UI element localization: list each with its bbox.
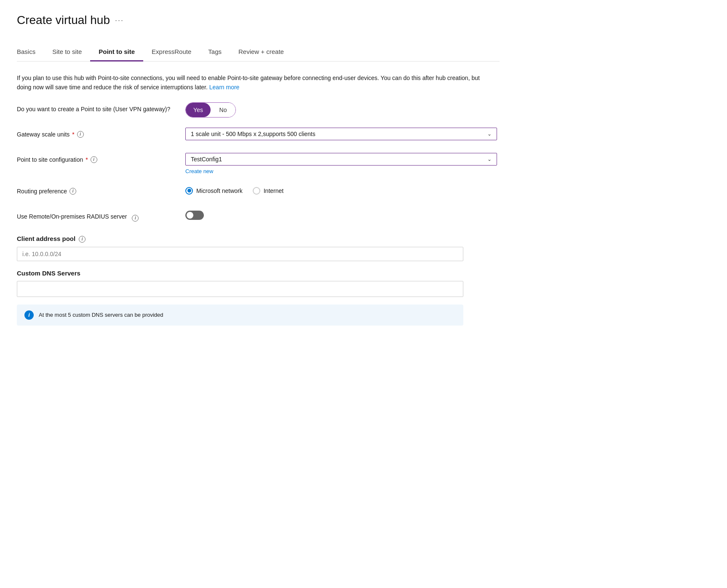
- radius-toggle[interactable]: [185, 211, 204, 220]
- radius-server-row: Use Remote/On-premises RADIUS server i: [17, 210, 500, 225]
- tab-site-to-site[interactable]: Site to site: [44, 44, 90, 61]
- custom-dns-input[interactable]: [17, 281, 463, 297]
- no-option[interactable]: No: [211, 103, 235, 117]
- radius-info-icon[interactable]: i: [132, 215, 139, 222]
- config-required-marker: *: [86, 155, 88, 164]
- internet-option[interactable]: Internet: [253, 187, 283, 195]
- routing-radio-group: Microsoft network Internet: [185, 184, 500, 195]
- client-address-pool-section: Client address pool i: [17, 235, 500, 261]
- point-to-site-config-label: Point to site configuration * i: [17, 153, 185, 164]
- create-new-link[interactable]: Create new: [185, 168, 213, 174]
- create-point-to-site-label: Do you want to create a Point to site (U…: [17, 102, 185, 114]
- internet-radio[interactable]: [253, 187, 260, 195]
- tab-point-to-site[interactable]: Point to site: [90, 44, 143, 61]
- point-to-site-config-row: Point to site configuration * i TestConf…: [17, 153, 500, 174]
- page-title: Create virtual hub: [17, 13, 110, 27]
- custom-dns-label: Custom DNS Servers: [17, 270, 500, 277]
- tab-tags[interactable]: Tags: [200, 44, 230, 61]
- point-to-site-config-control: TestConfig1 ⌄ Create new: [185, 153, 500, 174]
- dns-info-text: At the most 5 custom DNS servers can be …: [39, 312, 163, 318]
- tab-basics[interactable]: Basics: [17, 44, 44, 61]
- tab-bar: Basics Site to site Point to site Expres…: [17, 44, 500, 61]
- gateway-required-marker: *: [72, 130, 74, 139]
- config-info-icon[interactable]: i: [91, 156, 97, 163]
- dns-info-icon: i: [24, 310, 34, 320]
- microsoft-network-option[interactable]: Microsoft network: [185, 187, 243, 195]
- gateway-info-icon[interactable]: i: [77, 131, 84, 138]
- page-title-ellipsis: ···: [115, 16, 124, 25]
- custom-dns-section: Custom DNS Servers i At the most 5 custo…: [17, 270, 500, 326]
- routing-preference-control: Microsoft network Internet: [185, 184, 500, 195]
- description-text: If you plan to use this hub with Point-t…: [17, 73, 480, 92]
- yes-no-toggle[interactable]: Yes No: [185, 102, 236, 118]
- learn-more-link[interactable]: Learn more: [209, 84, 240, 91]
- routing-preference-label: Routing preference i: [17, 184, 185, 196]
- point-to-site-config-dropdown[interactable]: TestConfig1 ⌄: [185, 153, 497, 166]
- create-point-to-site-control: Yes No: [185, 102, 500, 118]
- gateway-scale-units-dropdown[interactable]: 1 scale unit - 500 Mbps x 2,supports 500…: [185, 128, 497, 140]
- yes-option[interactable]: Yes: [186, 103, 211, 117]
- page-title-row: Create virtual hub ···: [17, 13, 500, 27]
- config-dropdown-arrow: ⌄: [487, 156, 492, 162]
- client-address-pool-label: Client address pool i: [17, 235, 500, 243]
- gateway-scale-units-label: Gateway scale units * i: [17, 128, 185, 139]
- create-point-to-site-row: Do you want to create a Point to site (U…: [17, 102, 500, 118]
- radius-server-label: Use Remote/On-premises RADIUS server i: [17, 210, 185, 222]
- routing-preference-row: Routing preference i Microsoft network I…: [17, 184, 500, 200]
- tab-review-create[interactable]: Review + create: [230, 44, 292, 61]
- radius-server-control: [185, 210, 500, 220]
- form-section: Do you want to create a Point to site (U…: [17, 102, 500, 326]
- microsoft-network-radio[interactable]: [185, 187, 193, 195]
- client-address-pool-info-icon[interactable]: i: [79, 236, 86, 243]
- gateway-dropdown-arrow: ⌄: [487, 131, 492, 137]
- gateway-scale-units-control: 1 scale unit - 500 Mbps x 2,supports 500…: [185, 128, 500, 140]
- dns-info-note: i At the most 5 custom DNS servers can b…: [17, 305, 463, 326]
- routing-info-icon[interactable]: i: [69, 188, 76, 195]
- gateway-scale-units-row: Gateway scale units * i 1 scale unit - 5…: [17, 128, 500, 143]
- client-address-pool-input[interactable]: [17, 247, 463, 261]
- tab-expressroute[interactable]: ExpressRoute: [143, 44, 200, 61]
